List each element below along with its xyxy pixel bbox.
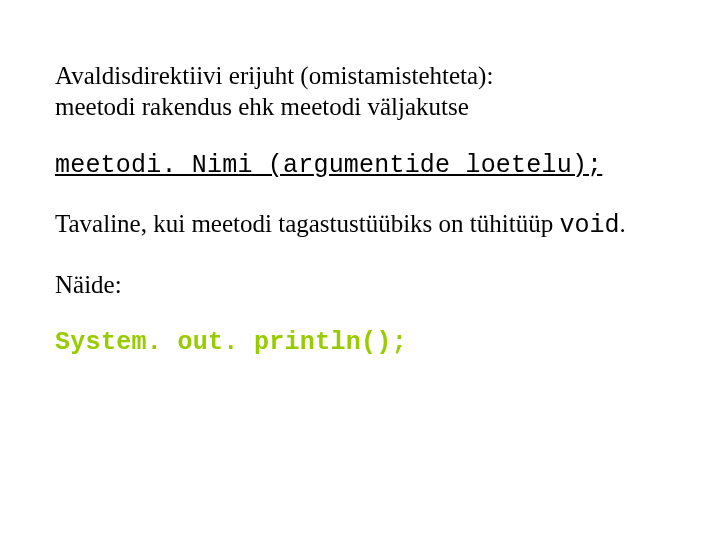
- body-paragraph: Tavaline, kui meetodi tagastustüübiks on…: [55, 208, 665, 241]
- title-line-1: Avaldisdirektiivi erijuht (omistamisteht…: [55, 62, 493, 89]
- example-code: System. out. println();: [55, 328, 665, 357]
- slide-content: Avaldisdirektiivi erijuht (omistamisteht…: [0, 0, 720, 540]
- title-line-2: meetodi rakendus ehk meetodi väljakutse: [55, 93, 469, 120]
- void-keyword: void: [559, 211, 619, 240]
- body-text: Tavaline, kui meetodi tagastustüübiks on…: [55, 210, 559, 237]
- body-period: .: [619, 210, 625, 237]
- syntax-pattern: meetodi. Nimi (argumentide loetelu);: [55, 151, 665, 180]
- slide-title: Avaldisdirektiivi erijuht (omistamisteht…: [55, 60, 665, 123]
- example-label: Näide:: [55, 269, 665, 300]
